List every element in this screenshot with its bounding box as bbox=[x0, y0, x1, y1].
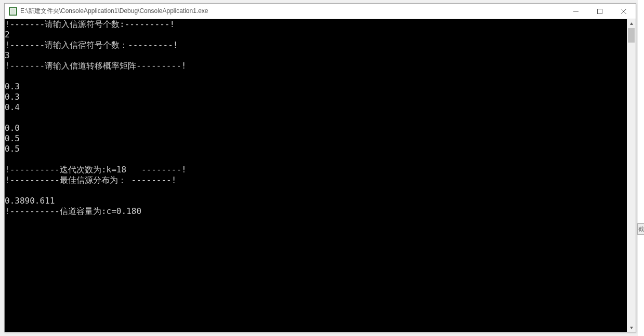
client-area: !-------请输入信源符号个数:---------! 2 !-------请… bbox=[5, 19, 636, 332]
vertical-scrollbar[interactable] bbox=[627, 19, 636, 332]
scroll-down-button[interactable] bbox=[627, 323, 636, 332]
svg-rect-3 bbox=[598, 9, 602, 14]
app-icon bbox=[9, 7, 17, 16]
console-window: E:\新建文件夹\ConsoleApplication1\Debug\Conso… bbox=[4, 3, 636, 332]
maximize-button[interactable] bbox=[588, 4, 612, 19]
window-title: E:\新建文件夹\ConsoleApplication1\Debug\Conso… bbox=[20, 7, 564, 16]
snip-label: 截 bbox=[638, 225, 644, 233]
snip-tool-handle[interactable]: 截 bbox=[637, 223, 644, 235]
svg-marker-7 bbox=[630, 327, 633, 329]
titlebar[interactable]: E:\新建文件夹\ConsoleApplication1\Debug\Conso… bbox=[5, 4, 636, 19]
window-controls bbox=[564, 4, 636, 19]
scroll-up-button[interactable] bbox=[627, 19, 636, 28]
svg-marker-6 bbox=[630, 22, 633, 25]
minimize-button[interactable] bbox=[564, 4, 588, 19]
scroll-thumb[interactable] bbox=[628, 28, 635, 43]
scroll-track[interactable] bbox=[627, 28, 636, 323]
console-output[interactable]: !-------请输入信源符号个数:---------! 2 !-------请… bbox=[5, 19, 627, 332]
svg-rect-1 bbox=[10, 9, 16, 14]
close-button[interactable] bbox=[612, 4, 636, 19]
page-right-margin bbox=[638, 0, 644, 336]
